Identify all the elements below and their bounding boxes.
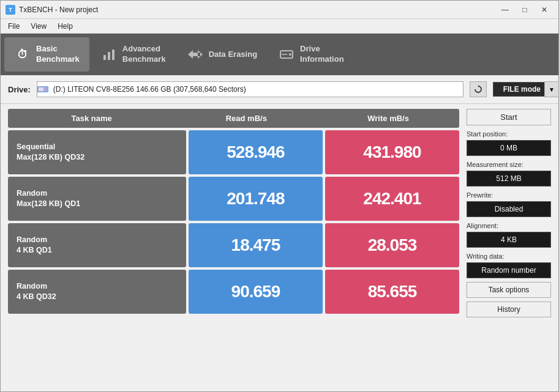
tab-advanced-benchmark[interactable]: AdvancedBenchmark: [91, 37, 176, 72]
refresh-icon: [474, 85, 482, 94]
main-content: Drive: (D:) LITEON CV8-8E256 146.66 GB (…: [1, 75, 558, 392]
menu-help[interactable]: Help: [53, 21, 78, 32]
title-bar-left: T TxBENCH - New project: [6, 5, 98, 15]
results-header: Task name Read mB/s Write mB/s: [8, 109, 459, 128]
read-value-2: 18.475: [189, 223, 323, 267]
write-value-0: 431.980: [325, 130, 459, 174]
history-button[interactable]: History: [467, 301, 551, 317]
writing-data-label: Writing data:: [467, 253, 551, 260]
drive-dropdown-arrow[interactable]: ▼: [544, 81, 559, 97]
read-value-1: 201.748: [189, 177, 323, 221]
task-name-1: RandomMax(128 KB) QD1: [8, 177, 186, 221]
title-bar-title: TxBENCH - New project: [19, 6, 98, 14]
basic-benchmark-icon: ⏱: [14, 46, 31, 63]
svg-rect-10: [39, 87, 43, 91]
tab-drive-information[interactable]: DriveInformation: [268, 37, 354, 72]
drive-select-wrapper[interactable]: (D:) LITEON CV8-8E256 146.66 GB (307,568…: [37, 81, 463, 97]
write-value-2: 28.053: [325, 223, 459, 267]
svg-rect-1: [108, 52, 110, 60]
right-panel: Start Start position: 0 MB Measurement s…: [467, 109, 551, 388]
header-read: Read mB/s: [175, 109, 317, 128]
benchmark-area: Task name Read mB/s Write mB/s Sequentia…: [1, 104, 558, 392]
title-bar: T TxBENCH - New project — □ ✕: [1, 1, 558, 19]
svg-marker-11: [478, 85, 480, 87]
advanced-benchmark-label: AdvancedBenchmark: [122, 44, 166, 65]
minimize-button[interactable]: —: [496, 4, 514, 16]
data-erasing-label: Data Erasing: [209, 50, 257, 60]
menu-view[interactable]: View: [26, 21, 51, 32]
svg-rect-0: [103, 55, 106, 60]
drive-bar: Drive: (D:) LITEON CV8-8E256 146.66 GB (…: [1, 75, 558, 104]
maximize-button[interactable]: □: [516, 4, 534, 16]
basic-benchmark-label: BasicBenchmark: [36, 44, 80, 65]
svg-rect-2: [112, 50, 114, 60]
task-name-0: SequentialMax(128 KB) QD32: [8, 130, 186, 174]
prewrite-label: Prewrite:: [467, 191, 551, 199]
start-position-value[interactable]: 0 MB: [467, 140, 551, 156]
close-button[interactable]: ✕: [535, 4, 553, 16]
file-mode-button[interactable]: FILE mode: [493, 82, 551, 97]
writing-data-value[interactable]: Random number: [467, 262, 551, 278]
read-value-0: 528.946: [189, 130, 323, 174]
measurement-size-label: Measurement size:: [467, 161, 551, 168]
header-write: Write mB/s: [317, 109, 459, 128]
task-name-3: Random4 KB QD32: [8, 270, 186, 314]
drive-refresh-button[interactable]: [470, 81, 487, 97]
svg-marker-4: [198, 50, 203, 59]
menu-file[interactable]: File: [3, 21, 24, 32]
drive-select-value: (D:) LITEON CV8-8E256 146.66 GB (307,568…: [51, 85, 249, 94]
data-erasing-icon: [187, 46, 204, 63]
menu-bar: File View Help: [1, 19, 558, 34]
advanced-benchmark-icon: [100, 46, 118, 63]
tab-data-erasing[interactable]: Data Erasing: [177, 37, 267, 72]
app-icon: T: [6, 5, 15, 15]
title-bar-controls: — □ ✕: [496, 4, 553, 16]
svg-point-6: [289, 53, 291, 56]
table-row: RandomMax(128 KB) QD1 201.748 242.401: [8, 177, 459, 221]
tab-basic-benchmark[interactable]: ⏱ BasicBenchmark: [4, 37, 89, 72]
measurement-size-value[interactable]: 512 MB: [467, 171, 551, 187]
table-row: Random4 KB QD1 18.475 28.053: [8, 223, 459, 267]
write-value-3: 85.655: [325, 270, 459, 314]
read-value-3: 90.659: [189, 270, 323, 314]
svg-marker-3: [188, 50, 198, 59]
task-name-2: Random4 KB QD1: [8, 223, 186, 267]
task-options-button[interactable]: Task options: [467, 282, 551, 298]
drive-type-icon: [37, 85, 48, 94]
start-button[interactable]: Start: [467, 109, 551, 125]
drive-information-label: DriveInformation: [300, 44, 344, 65]
alignment-label: Alignment:: [467, 222, 551, 229]
results-section: Task name Read mB/s Write mB/s Sequentia…: [8, 109, 459, 388]
alignment-value[interactable]: 4 KB: [467, 232, 551, 248]
prewrite-value[interactable]: Disabled: [467, 201, 551, 217]
write-value-1: 242.401: [325, 177, 459, 221]
header-task-name: Task name: [8, 109, 175, 128]
drive-information-icon: [278, 46, 295, 63]
toolbar: ⏱ BasicBenchmark AdvancedBenchmark Data …: [1, 34, 558, 75]
start-position-label: Start position:: [467, 130, 551, 138]
drive-label: Drive:: [8, 85, 31, 94]
table-row: Random4 KB QD32 90.659 85.655: [8, 270, 459, 314]
table-row: SequentialMax(128 KB) QD32 528.946 431.9…: [8, 130, 459, 174]
